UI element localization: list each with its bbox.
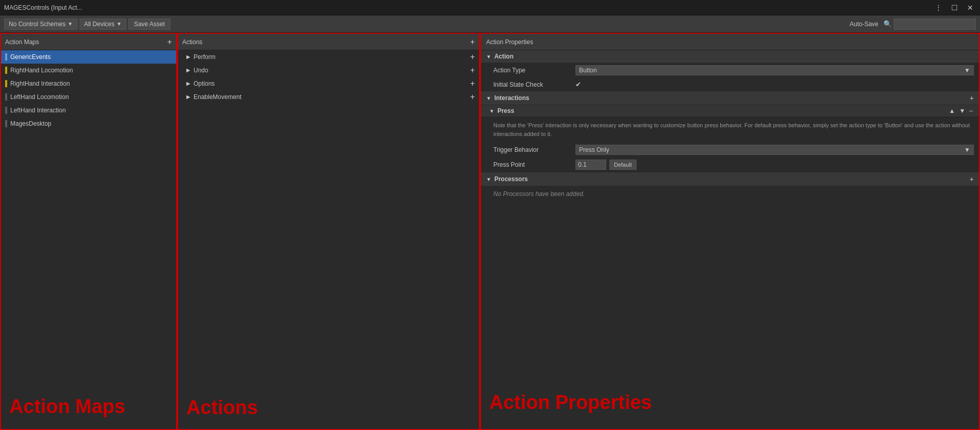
processors-section-title: Processors [494, 175, 528, 183]
title-text: MAGESControls (Input Act... [4, 4, 82, 11]
press-arrow-icon: ▼ [489, 108, 494, 114]
action-type-dropdown[interactable]: Button ▼ [575, 65, 974, 75]
press-note-box: Note that the 'Press' interaction is onl… [481, 117, 979, 143]
action-maps-list: GenericEvents RightHand Locomotion Right… [1, 50, 176, 385]
control-schemes-dropdown[interactable]: No Control Schemes ▼ [4, 18, 78, 30]
list-item[interactable]: LeftHand Interaction [1, 104, 176, 117]
action-maps-large-label: Action Maps [1, 385, 176, 429]
trigger-behavior-dropdown-value: Press Only [579, 146, 609, 153]
actions-large-label: Actions [178, 386, 479, 429]
action-type-value: Button ▼ [575, 65, 974, 75]
list-item[interactable]: ▶ Options + [178, 77, 479, 90]
titlebar-right: ⋮ ☐ ✕ [932, 3, 976, 13]
trigger-behavior-row: Trigger Behavior Press Only ▼ [481, 143, 979, 158]
action-type-dropdown-arrow: ▼ [964, 67, 970, 74]
actions-title: Actions [182, 38, 202, 46]
press-remove-button[interactable]: – [968, 107, 974, 114]
toolbar: No Control Schemes ▼ All Devices ▼ Save … [0, 15, 980, 33]
action-add-button[interactable]: + [470, 92, 475, 102]
properties-content: ▼ Action Action Type Button ▼ Initial St… [481, 50, 979, 376]
action-section-left: ▼ Action [486, 53, 513, 60]
map-indicator [5, 120, 7, 127]
press-point-input[interactable] [575, 160, 606, 170]
action-item-left: ▶ Options [186, 80, 215, 87]
action-item-left: ▶ EnableMovement [186, 93, 241, 101]
press-up-button[interactable]: ▲ [948, 107, 956, 114]
trigger-behavior-dropdown[interactable]: Press Only ▼ [575, 145, 974, 155]
properties-header: Action Properties [481, 34, 979, 50]
action-label: Perform [194, 53, 216, 61]
press-subsection-left: ▼ Press [489, 107, 514, 114]
press-point-row: Press Point Default [481, 158, 979, 172]
press-point-default-button[interactable]: Default [609, 160, 637, 170]
map-indicator [5, 53, 7, 61]
titlebar-left: MAGESControls (Input Act... [4, 4, 82, 11]
list-item[interactable]: RightHand Locomotion [1, 64, 176, 77]
list-item[interactable]: ▶ Perform + [178, 50, 479, 64]
map-item-label: GenericEvents [10, 53, 51, 61]
processors-section-left: ▼ Processors [486, 175, 528, 183]
properties-title: Action Properties [486, 38, 533, 46]
initial-state-row: Initial State Check ✔ [481, 78, 979, 91]
list-item[interactable]: GenericEvents [1, 50, 176, 64]
menu-icon[interactable]: ⋮ [932, 3, 945, 13]
properties-large-label: Action Properties [481, 376, 979, 429]
actions-panel: Actions + ▶ Perform + ▶ Undo + [177, 33, 480, 430]
action-item-left: ▶ Undo [186, 67, 208, 74]
map-item-label: RightHand Locomotion [10, 67, 73, 74]
map-indicator [5, 107, 7, 114]
close-icon[interactable]: ✕ [965, 3, 976, 13]
action-type-row: Action Type Button ▼ [481, 63, 979, 78]
action-label: Undo [194, 67, 208, 74]
maximize-icon[interactable]: ☐ [949, 3, 960, 13]
interactions-section-title: Interactions [494, 94, 529, 102]
interactions-section-header[interactable]: ▼ Interactions + [481, 91, 979, 105]
press-down-button[interactable]: ▼ [958, 107, 966, 114]
processors-section: ▼ Processors + No Processors have been a… [481, 172, 979, 202]
action-add-button[interactable]: + [470, 52, 475, 62]
all-devices-dropdown[interactable]: All Devices ▼ [80, 18, 126, 30]
action-label: EnableMovement [194, 93, 241, 101]
list-item[interactable]: ▶ Undo + [178, 64, 479, 77]
list-item[interactable]: MagesDesktop [1, 117, 176, 130]
map-item-label: LeftHand Interaction [10, 107, 66, 114]
press-subsection-header[interactable]: ▼ Press ▲ ▼ – [481, 105, 979, 117]
action-label: Options [194, 80, 215, 87]
action-type-label: Action Type [493, 67, 575, 74]
list-item[interactable]: ▶ EnableMovement + [178, 90, 479, 104]
trigger-behavior-label: Trigger Behavior [493, 146, 575, 153]
action-add-button[interactable]: + [470, 66, 475, 75]
actions-header: Actions + [178, 34, 479, 50]
action-type-dropdown-value: Button [579, 67, 597, 74]
list-item[interactable]: LeftHand Locomotion [1, 90, 176, 104]
press-subsection-title: Press [497, 107, 514, 114]
action-maps-title: Action Maps [5, 38, 39, 46]
autosave-label: Auto-Save [850, 21, 878, 28]
titlebar: MAGESControls (Input Act... ⋮ ☐ ✕ [0, 0, 980, 15]
action-add-button[interactable]: + [470, 79, 475, 88]
processors-section-header[interactable]: ▼ Processors + [481, 172, 979, 186]
action-maps-add-button[interactable]: + [167, 38, 172, 46]
initial-state-checkbox[interactable]: ✔ [575, 81, 581, 88]
action-item-left: ▶ Perform [186, 53, 216, 61]
interactions-section-left: ▼ Interactions [486, 94, 529, 102]
actions-add-button[interactable]: + [470, 38, 475, 46]
map-item-label: LeftHand Locomotion [10, 93, 69, 101]
search-input[interactable] [894, 18, 976, 30]
action-section-header[interactable]: ▼ Action [481, 50, 979, 63]
action-arrow-icon: ▶ [186, 54, 190, 60]
trigger-behavior-dropdown-arrow: ▼ [964, 146, 970, 153]
press-point-label: Press Point [493, 161, 575, 168]
action-maps-header: Action Maps + [1, 34, 176, 50]
control-schemes-arrow: ▼ [68, 21, 73, 27]
map-indicator [5, 93, 7, 101]
actions-list: ▶ Perform + ▶ Undo + ▶ Options + [178, 50, 479, 386]
trigger-behavior-value: Press Only ▼ [575, 145, 974, 155]
save-asset-button[interactable]: Save Asset [128, 18, 170, 30]
no-processors-text: No Processors have been added. [481, 186, 979, 202]
list-item[interactable]: RightHand Interaction [1, 77, 176, 90]
processors-add-button[interactable]: + [970, 175, 974, 183]
interactions-add-button[interactable]: + [970, 94, 974, 102]
press-subsection-controls: ▲ ▼ – [948, 107, 974, 114]
interactions-section-arrow: ▼ [486, 95, 491, 101]
